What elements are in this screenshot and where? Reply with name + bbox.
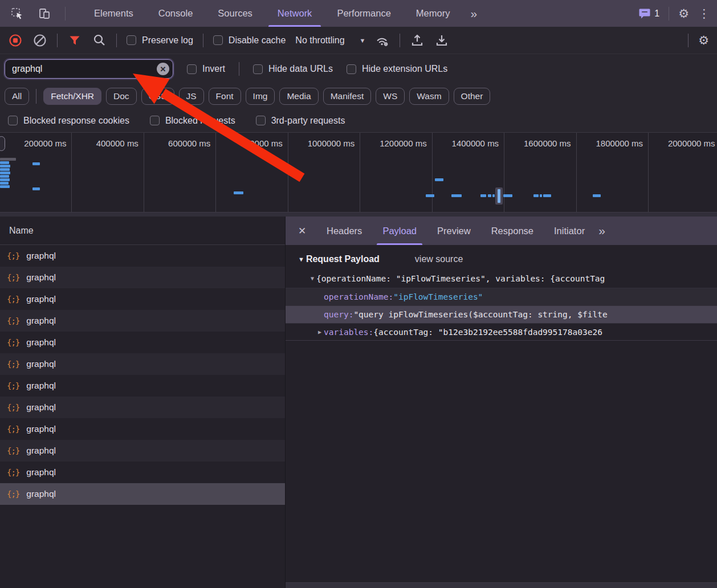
hide-extension-urls-checkbox[interactable]: Hide extension URLs	[347, 64, 447, 74]
tab-sources[interactable]: Sources	[205, 0, 265, 27]
timeline-column: 2000000 ms	[649, 133, 717, 212]
timeline-column: 1600000 ms	[504, 133, 576, 212]
payload-preview-line[interactable]: ▼ {operationName: "ipFlowTimeseries", va…	[286, 269, 717, 288]
tab-network[interactable]: Network	[265, 0, 325, 27]
tab-console[interactable]: Console	[146, 0, 206, 27]
invert-checkbox[interactable]: Invert	[187, 64, 225, 74]
table-row[interactable]: {;}graphql	[0, 440, 285, 462]
request-name: graphql	[26, 424, 56, 434]
tab-headers[interactable]: Headers	[316, 217, 372, 245]
waterfall-bar	[488, 194, 491, 197]
blocked-cookies-checkbox[interactable]: Blocked response cookies	[8, 116, 129, 126]
checkbox[interactable]	[347, 64, 356, 74]
fetch-xhr-icon: {;}	[7, 295, 19, 304]
timeline-column: 800000 ms	[216, 133, 288, 212]
blocked-requests-checkbox[interactable]: Blocked requests	[150, 116, 235, 126]
checkbox[interactable]	[253, 64, 263, 74]
checkbox[interactable]	[187, 64, 197, 74]
expanded-triangle-icon[interactable]: ▼	[308, 275, 316, 281]
table-row[interactable]: {;}graphql	[0, 332, 285, 353]
search-icon[interactable]	[92, 33, 107, 48]
chip-doc[interactable]: Doc	[106, 88, 137, 105]
table-row[interactable]: {;}graphql	[0, 245, 285, 267]
hide-data-urls-checkbox[interactable]: Hide data URLs	[253, 64, 333, 74]
filter-funnel-icon[interactable]	[67, 33, 82, 48]
network-split-view: Name {;}graphql {;}graphql {;}graphql {;…	[0, 217, 717, 588]
collapse-triangle-icon[interactable]: ▼	[298, 256, 304, 263]
checkbox[interactable]	[150, 116, 160, 125]
tab-elements[interactable]: Elements	[82, 0, 146, 27]
name-column-header[interactable]: Name	[0, 217, 285, 245]
payload-row-variables[interactable]: ▶ variables: {accountTag: "b12e3b2192ee5…	[286, 323, 717, 341]
timeline-resize-handle[interactable]	[0, 136, 5, 151]
clear-network-log-icon[interactable]	[32, 33, 47, 48]
chip-js[interactable]: JS	[179, 88, 204, 105]
table-row[interactable]: {;}graphql	[0, 462, 285, 483]
import-har-icon[interactable]	[410, 33, 425, 48]
chip-media[interactable]: Media	[279, 88, 318, 105]
waterfall-bar	[0, 165, 10, 168]
close-icon[interactable]: ✕	[292, 221, 312, 240]
filter-input[interactable]	[5, 59, 173, 79]
throttling-dropdown[interactable]: No throttling ▼	[295, 35, 365, 46]
more-tabs-icon[interactable]: »	[462, 0, 484, 27]
network-settings-gear-icon[interactable]: ⚙	[698, 34, 709, 46]
chip-fetch-xhr[interactable]: Fetch/XHR	[43, 88, 101, 105]
chip-wasm[interactable]: Wasm	[409, 88, 449, 105]
tab-payload[interactable]: Payload	[372, 217, 427, 245]
request-name: graphql	[26, 359, 56, 369]
chip-other[interactable]: Other	[454, 88, 491, 105]
disable-cache-checkbox[interactable]: Disable cache	[213, 35, 286, 46]
clear-filter-icon[interactable]: ✕	[157, 63, 169, 75]
timeline-overview[interactable]: 200000 ms400000 ms600000 ms800000 ms1000…	[0, 133, 717, 217]
preserve-log-checkbox[interactable]: Preserve log	[127, 35, 193, 46]
devtools-tabbar: Elements Console Sources Network Perform…	[0, 0, 717, 27]
third-party-checkbox[interactable]: 3rd-party requests	[256, 116, 345, 126]
table-row[interactable]: {;}graphql	[0, 397, 285, 418]
view-source-link[interactable]: view source	[415, 254, 463, 264]
chip-all[interactable]: All	[5, 88, 29, 105]
collapsed-triangle-icon[interactable]: ▶	[316, 329, 324, 335]
details-scroll-track[interactable]	[286, 582, 717, 588]
tab-initiator[interactable]: Initiator	[544, 217, 595, 245]
checkbox[interactable]	[213, 35, 223, 45]
waterfall-bar	[540, 194, 542, 197]
checkbox[interactable]	[127, 35, 136, 45]
tab-memory[interactable]: Memory	[404, 0, 463, 27]
tab-preview[interactable]: Preview	[427, 217, 481, 245]
export-har-icon[interactable]	[434, 33, 449, 48]
inspect-element-icon[interactable]	[10, 7, 24, 21]
request-name: graphql	[26, 446, 56, 456]
request-payload-title: Request Payload	[306, 254, 380, 264]
waterfall-bar	[451, 194, 462, 197]
chip-font[interactable]: Font	[209, 88, 241, 105]
table-row-selected[interactable]: {;}graphql	[0, 483, 285, 505]
chip-img[interactable]: Img	[246, 88, 275, 105]
tab-performance[interactable]: Performance	[324, 0, 403, 27]
payload-row-operation-name[interactable]: operationName: "ipFlowTimeseries"	[286, 288, 717, 305]
timeline-scroll-track[interactable]	[0, 212, 717, 217]
settings-gear-icon[interactable]: ⚙	[678, 7, 689, 19]
network-conditions-icon[interactable]	[375, 33, 390, 48]
table-row[interactable]: {;}graphql	[0, 375, 285, 397]
table-row[interactable]: {;}graphql	[0, 288, 285, 310]
table-row[interactable]: {;}graphql	[0, 353, 285, 375]
chip-css[interactable]: CSS	[141, 88, 174, 105]
checkbox[interactable]	[8, 116, 18, 125]
record-network-log-icon[interactable]	[8, 33, 23, 48]
checkbox[interactable]	[256, 116, 266, 125]
table-row[interactable]: {;}graphql	[0, 267, 285, 288]
kebab-menu-icon[interactable]: ⋮	[698, 7, 710, 19]
chip-manifest[interactable]: Manifest	[323, 88, 372, 105]
issues-button[interactable]: 1	[639, 8, 659, 19]
divider	[57, 34, 58, 47]
table-row[interactable]: {;}graphql	[0, 310, 285, 332]
table-row[interactable]: {;}graphql	[0, 418, 285, 440]
waterfall-bar	[32, 187, 40, 190]
more-tabs-icon[interactable]: »	[598, 224, 604, 238]
device-toolbar-icon[interactable]	[38, 7, 51, 21]
tab-response[interactable]: Response	[481, 217, 544, 245]
chip-ws[interactable]: WS	[376, 88, 405, 105]
waterfall-bar	[0, 182, 9, 185]
payload-row-query-selected[interactable]: query: "query ipFlowTimeseries($accountT…	[286, 305, 717, 323]
